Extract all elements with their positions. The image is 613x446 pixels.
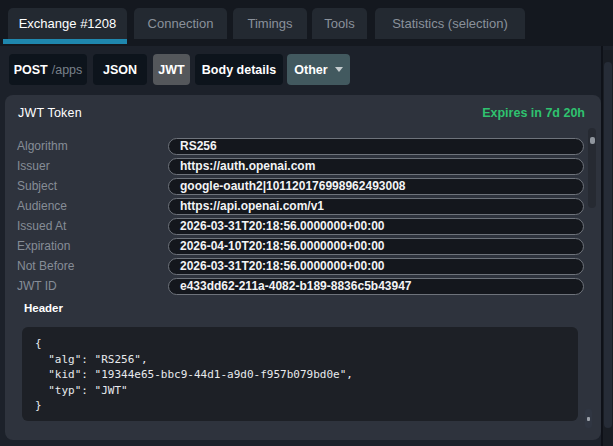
token-expiry-badge: Expires in 7d 20h <box>482 106 585 120</box>
claim-row-jwt-id: JWT ID e433dd62-211a-4082-b189-8836c5b43… <box>17 276 584 296</box>
other-dropdown-button[interactable]: Other <box>287 54 350 85</box>
panel-title: JWT Token <box>18 106 82 120</box>
chevron-down-icon <box>335 67 343 72</box>
jwt-claims-list: Algorithm RS256 Issuer https://auth.open… <box>17 136 584 296</box>
claim-row-subject: Subject google-oauth2|101120176998962493… <box>17 176 584 196</box>
request-path: /apps <box>52 63 83 77</box>
claim-label: Expiration <box>17 239 168 253</box>
fields-scrollbar-thumb[interactable] <box>590 137 595 144</box>
tab-body-details[interactable]: Body details <box>195 54 283 85</box>
claim-value-field[interactable]: 2026-04-10T20:18:56.0000000+00:00 <box>168 238 584 255</box>
primary-tab-strip: Exchange #1208 Connection Timings Tools … <box>0 0 613 46</box>
claim-value-field[interactable]: e433dd62-211a-4082-b189-8836c5b43947 <box>168 278 584 295</box>
claim-value-field[interactable]: RS256 <box>168 138 584 155</box>
secondary-tab-strip: POST /apps JSON JWT Body details Other <box>9 54 350 85</box>
jwt-token-panel: JWT Token Expires in 7d 20h Algorithm RS… <box>5 95 601 440</box>
claim-value-field[interactable]: https://auth.openai.com <box>168 158 584 175</box>
claim-label: Audience <box>17 199 168 213</box>
claim-row-algorithm: Algorithm RS256 <box>17 136 584 156</box>
jwt-header-json: { "alg": "RS256", "kid": "19344e65-bbc9-… <box>35 336 578 414</box>
claim-row-audience: Audience https://api.openai.com/v1 <box>17 196 584 216</box>
other-dropdown-label: Other <box>294 63 327 77</box>
claim-label: JWT ID <box>17 279 168 293</box>
tab-exchange[interactable]: Exchange #1208 <box>8 8 127 39</box>
claim-value-field[interactable]: 2026-03-31T20:18:56.0000000+00:00 <box>168 218 584 235</box>
code-scrollbar-grip-icon <box>587 417 590 421</box>
claim-label: Issuer <box>17 159 168 173</box>
jwt-header-code-block[interactable]: { "alg": "RS256", "kid": "19344e65-bbc9-… <box>22 327 578 421</box>
claim-label: Issued At <box>17 219 168 233</box>
claim-row-not-before: Not Before 2026-03-31T20:18:56.0000000+0… <box>17 256 584 276</box>
claim-label: Subject <box>17 179 168 193</box>
claim-value-field[interactable]: google-oauth2|101120176998962493008 <box>168 178 584 195</box>
claim-row-issuer: Issuer https://auth.openai.com <box>17 156 584 176</box>
active-tab-underline <box>3 39 127 44</box>
claim-value-field[interactable]: https://api.openai.com/v1 <box>168 198 584 215</box>
tab-connection[interactable]: Connection <box>134 8 227 39</box>
tab-tools[interactable]: Tools <box>312 8 367 39</box>
claim-row-issued-at: Issued At 2026-03-31T20:18:56.0000000+00… <box>17 216 584 236</box>
app-window: Exchange #1208 Connection Timings Tools … <box>0 0 613 446</box>
tab-post-apps[interactable]: POST /apps <box>9 54 87 85</box>
window-scrollbar-thumb[interactable] <box>604 62 612 428</box>
tab-timings[interactable]: Timings <box>233 8 307 39</box>
tab-statistics[interactable]: Statistics (selection) <box>375 8 525 39</box>
claim-row-expiration: Expiration 2026-04-10T20:18:56.0000000+0… <box>17 236 584 256</box>
tab-json[interactable]: JSON <box>93 54 147 85</box>
claim-label: Not Before <box>17 259 168 273</box>
tab-jwt[interactable]: JWT <box>153 54 190 85</box>
claim-label: Algorithm <box>17 139 168 153</box>
claim-value-field[interactable]: 2026-03-31T20:18:56.0000000+00:00 <box>168 258 584 275</box>
request-method: POST <box>14 63 48 77</box>
header-section-title: Header <box>24 302 63 314</box>
